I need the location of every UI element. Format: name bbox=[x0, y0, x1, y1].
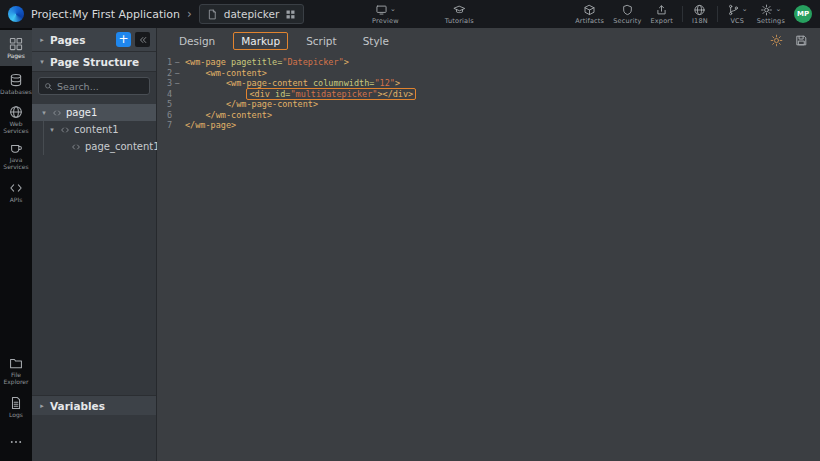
artifacts-button[interactable]: Artifacts bbox=[575, 3, 604, 25]
rail-item-ellipsis-icon[interactable] bbox=[0, 425, 32, 461]
variables-title: Variables bbox=[50, 400, 105, 412]
code-token bbox=[185, 99, 226, 109]
search-container bbox=[32, 72, 156, 100]
editor-line[interactable]: 4 <div id="multidatepicker"></div> bbox=[157, 89, 820, 100]
caret-down-icon[interactable]: ▾ bbox=[48, 126, 56, 134]
topbar-right: ArtifactsSecurityExportI18N⌄VCS⌄Settings bbox=[575, 3, 785, 25]
code-token: "Datepicker" bbox=[282, 57, 343, 67]
tree-item-label: page_content1 bbox=[85, 141, 160, 152]
tab-markup[interactable]: Markup bbox=[233, 32, 288, 50]
fold-marker[interactable]: − bbox=[172, 78, 182, 89]
settings-button[interactable]: ⌄Settings bbox=[757, 3, 785, 25]
page-tab[interactable]: datepicker bbox=[199, 4, 305, 24]
search-box[interactable] bbox=[38, 77, 150, 95]
editor-line[interactable]: 3− <wm-page-content columnwidth="12"> bbox=[157, 78, 820, 89]
chevron-down-icon: ⌄ bbox=[775, 6, 781, 13]
fold-marker[interactable]: − bbox=[172, 57, 182, 68]
tree-item-label: content1 bbox=[74, 124, 119, 135]
code-text: <div id="multidatepicker"></div> bbox=[182, 89, 416, 100]
markup-settings-gear-icon[interactable] bbox=[770, 34, 783, 47]
variables-header[interactable]: ▸ Variables bbox=[32, 395, 156, 415]
search-input[interactable] bbox=[57, 81, 144, 92]
rail-item-databases[interactable]: Databases bbox=[0, 66, 32, 102]
icon-row bbox=[655, 3, 668, 16]
rail-item-file-explorer[interactable]: File Explorer bbox=[0, 353, 32, 389]
icon-row bbox=[453, 3, 466, 16]
code-icon bbox=[71, 142, 81, 152]
file-lines-icon bbox=[9, 396, 23, 410]
code-token: "12" bbox=[374, 78, 394, 88]
code-token: <wm-page bbox=[185, 57, 226, 67]
editor-line[interactable]: 7</wm-page> bbox=[157, 120, 820, 131]
i18n-button[interactable]: I18N bbox=[692, 3, 708, 25]
save-icon[interactable] bbox=[795, 34, 808, 47]
database-icon bbox=[9, 73, 23, 87]
code-token: "multidatepicker" bbox=[290, 89, 377, 99]
panel-footer-space bbox=[32, 415, 156, 461]
code-text: </wm-page-content> bbox=[182, 99, 318, 110]
tree-item-page1[interactable]: ▾page1 bbox=[32, 104, 156, 121]
topbar: Project:My First Application › datepicke… bbox=[0, 0, 820, 28]
branch-icon bbox=[727, 4, 740, 16]
editor-line[interactable]: 2− <wm-content> bbox=[157, 68, 820, 79]
globe-icon bbox=[693, 4, 706, 16]
caret-right-icon[interactable]: ▸ bbox=[38, 36, 46, 44]
rail-item-apis[interactable]: APIs bbox=[0, 174, 32, 210]
fold-marker[interactable]: − bbox=[172, 68, 182, 79]
icon-row bbox=[621, 3, 634, 16]
grid-icon[interactable] bbox=[285, 9, 296, 20]
editor-tabbar: DesignMarkupScriptStyle bbox=[157, 28, 820, 53]
main-editor-area: DesignMarkupScriptStyle 1−<wm-page paget… bbox=[157, 28, 820, 461]
tab-script[interactable]: Script bbox=[298, 32, 344, 50]
monitor-icon bbox=[375, 4, 388, 16]
caret-down-icon[interactable]: ▾ bbox=[40, 109, 48, 117]
chevron-down-icon: ⌄ bbox=[390, 6, 396, 13]
collapse-panel-button[interactable] bbox=[135, 32, 150, 47]
workspace-body: PagesDatabasesWeb ServicesJava ServicesA… bbox=[0, 28, 820, 461]
line-number: 1 bbox=[157, 57, 172, 68]
code-text: </wm-page> bbox=[182, 120, 236, 131]
pages-panel-header[interactable]: ▸ Pages + bbox=[32, 28, 156, 51]
icon-row: ⌄ bbox=[760, 3, 781, 16]
code-token: </wm-page> bbox=[185, 120, 236, 130]
caret-right-icon[interactable]: ▸ bbox=[38, 402, 46, 410]
rail-item-java-services[interactable]: Java Services bbox=[0, 138, 32, 174]
icon-row bbox=[583, 3, 596, 16]
chevron-right-icon: › bbox=[187, 8, 192, 20]
preview-button[interactable]: ⌄Preview bbox=[372, 3, 399, 25]
ellipsis-icon bbox=[9, 435, 23, 449]
security-button[interactable]: Security bbox=[613, 3, 641, 25]
chevron-down-icon: ⌄ bbox=[742, 6, 748, 13]
api-icon bbox=[9, 181, 23, 195]
editor-line[interactable]: 6 </wm-content> bbox=[157, 110, 820, 121]
caret-down-icon[interactable]: ▾ bbox=[38, 58, 46, 66]
code-icon bbox=[52, 108, 62, 118]
icon-row: ⌄ bbox=[375, 3, 396, 16]
user-avatar[interactable]: MP bbox=[794, 5, 812, 23]
code-token bbox=[185, 78, 226, 88]
wavemaker-logo-icon[interactable] bbox=[8, 6, 24, 22]
markup-code-editor[interactable]: 1−<wm-page pagetitle="Datepicker">2− <wm… bbox=[157, 53, 820, 461]
editor-tabs: DesignMarkupScriptStyle bbox=[171, 32, 397, 50]
tab-style[interactable]: Style bbox=[355, 32, 397, 50]
code-token: </wm-content> bbox=[205, 110, 272, 120]
page-structure-title: Page Structure bbox=[50, 56, 139, 68]
editor-line[interactable]: 5 </wm-page-content> bbox=[157, 99, 820, 110]
add-page-button[interactable]: + bbox=[116, 32, 131, 47]
pages-panel: ▸ Pages + ▾ Page Structure ▾page1▾conten… bbox=[32, 28, 157, 461]
export-button[interactable]: Export bbox=[651, 3, 673, 25]
editor-line[interactable]: 1−<wm-page pagetitle="Datepicker"> bbox=[157, 57, 820, 68]
tree-item-label: page1 bbox=[66, 107, 97, 118]
tab-design[interactable]: Design bbox=[171, 32, 223, 50]
cube-icon bbox=[583, 4, 596, 16]
tree-item-content1[interactable]: ▾content1 bbox=[44, 121, 156, 138]
page-structure-header[interactable]: ▾ Page Structure bbox=[32, 51, 156, 72]
search-icon bbox=[44, 82, 53, 91]
rail-item-logs[interactable]: Logs bbox=[0, 389, 32, 425]
tree-children: ▾content1page_content1 bbox=[43, 121, 156, 155]
tutorials-button[interactable]: Tutorials bbox=[445, 3, 474, 25]
rail-item-web-services[interactable]: Web Services bbox=[0, 102, 32, 138]
vcs-button[interactable]: ⌄VCS bbox=[727, 3, 748, 25]
tree-item-page-content1[interactable]: page_content1 bbox=[44, 138, 156, 155]
rail-item-pages[interactable]: Pages bbox=[0, 30, 32, 66]
